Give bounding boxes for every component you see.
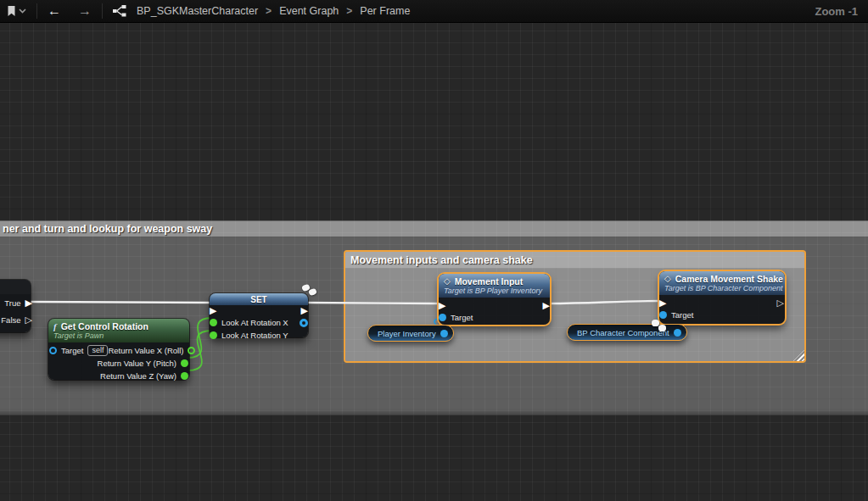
look-at-rotation-x-label: Look At Rotation X bbox=[221, 318, 288, 327]
pin-true-label: True bbox=[4, 298, 20, 308]
target-input-pin[interactable] bbox=[439, 314, 446, 321]
exec-in-pin[interactable]: ▶ bbox=[659, 298, 666, 308]
breadcrumb: BP_SGKMasterCharacter > Event Graph > Pe… bbox=[137, 5, 410, 17]
node-player-inventory-getter[interactable]: Player Inventory bbox=[367, 325, 454, 342]
node-title: Get Control Rotation bbox=[61, 321, 148, 331]
wire-layer bbox=[0, 0, 868, 501]
return-y-label: Return Value Y (Pitch) bbox=[98, 359, 176, 368]
exec-out-pin-false[interactable]: ▷ bbox=[25, 315, 32, 325]
return-y-pin[interactable] bbox=[181, 359, 188, 367]
exec-out-pin[interactable]: ▶ bbox=[543, 301, 550, 310]
variable-label: BP Character Component bbox=[577, 328, 669, 337]
exec-in-pin[interactable]: ▶ bbox=[210, 306, 216, 315]
breadcrumb-separator: > bbox=[346, 5, 352, 17]
node-subtitle: Target is Pawn bbox=[53, 331, 183, 340]
node-branch-partial[interactable]: ayer True ▶ False ▷ bbox=[0, 280, 31, 332]
exec-in-pin[interactable]: ▶ bbox=[439, 301, 445, 310]
target-pin-label: Target bbox=[451, 313, 473, 322]
function-icon: f bbox=[53, 321, 57, 331]
zoom-level-label: Zoom -1 bbox=[815, 5, 861, 18]
node-title: Movement Input bbox=[455, 276, 524, 287]
target-pin-label: Target bbox=[61, 346, 83, 355]
blueprint-editor: ← → BP_SGKMasterCharacter > Event Graph … bbox=[0, 0, 868, 501]
back-button[interactable]: ← bbox=[48, 4, 61, 18]
exec-wire-true-to-set bbox=[30, 302, 211, 303]
look-at-rotation-y-label: Look At Rotation Y bbox=[221, 331, 288, 340]
breadcrumb-per-frame[interactable]: Per Frame bbox=[360, 5, 410, 17]
forward-arrow-icon: → bbox=[78, 4, 92, 18]
bookmark-button[interactable] bbox=[7, 5, 26, 17]
forward-button[interactable]: → bbox=[78, 4, 92, 18]
breadcrumb-blueprint[interactable]: BP_SGKMasterCharacter bbox=[137, 5, 258, 17]
node-camera-movement-shake[interactable]: ◇ Camera Movement Shake Target is BP Cha… bbox=[659, 271, 785, 324]
return-z-label: Return Value Z (Yaw) bbox=[100, 371, 176, 381]
node-set-look-at-rotation[interactable]: SET ▶ ▶ Look At Rotation X Look At Rotat… bbox=[210, 293, 308, 337]
set-output-pin[interactable] bbox=[300, 319, 308, 327]
toolbar-divider bbox=[36, 3, 37, 19]
node-bp-character-component-getter[interactable]: BP Character Component bbox=[567, 324, 687, 341]
variable-label: Player Inventory bbox=[378, 329, 436, 338]
variable-output-pin[interactable] bbox=[674, 329, 681, 337]
graph-toolbar: ← → BP_SGKMasterCharacter > Event Graph … bbox=[0, 0, 868, 23]
return-z-pin[interactable] bbox=[181, 372, 188, 380]
target-input-pin[interactable] bbox=[659, 311, 667, 319]
self-default-value[interactable]: self bbox=[87, 345, 108, 356]
node-title: Camera Movement Shake bbox=[675, 274, 783, 284]
node-movement-input[interactable]: ◇ Movement Input Target is BP Player Inv… bbox=[439, 274, 550, 325]
back-arrow-icon: ← bbox=[48, 4, 61, 18]
exec-wire-movement-to-camera bbox=[548, 301, 662, 303]
exec-out-pin[interactable]: ▷ bbox=[777, 298, 784, 308]
node-subtitle: Target is BP Character Component bbox=[664, 284, 779, 292]
breadcrumb-event-graph[interactable]: Event Graph bbox=[279, 5, 339, 17]
function-call-icon: ◇ bbox=[664, 275, 671, 283]
node-get-control-rotation[interactable]: f Get Control Rotation Target is Pawn Ta… bbox=[48, 319, 189, 380]
look-at-rotation-y-pin[interactable] bbox=[210, 331, 217, 339]
node-subtitle: Target is BP Player Inventory bbox=[444, 287, 544, 295]
exec-wire-set-to-movement-input bbox=[307, 303, 441, 303]
target-pin-label: Target bbox=[671, 310, 693, 320]
node-branch-title: ayer bbox=[0, 282, 25, 292]
exec-out-pin-true[interactable]: ▶ bbox=[25, 298, 32, 308]
look-at-rotation-x-pin[interactable] bbox=[210, 319, 217, 326]
target-input-pin[interactable] bbox=[49, 347, 57, 354]
breadcrumb-separator: > bbox=[266, 5, 272, 17]
chevron-down-icon bbox=[19, 8, 26, 14]
bookmark-icon bbox=[7, 5, 16, 17]
toolbar-divider bbox=[102, 3, 103, 19]
graph-icon bbox=[113, 5, 126, 17]
variable-output-pin[interactable] bbox=[440, 330, 448, 337]
return-x-label: Return Value X (Roll) bbox=[108, 346, 183, 355]
function-call-icon: ◇ bbox=[444, 277, 451, 286]
set-node-header: SET bbox=[210, 293, 308, 305]
exec-bubble bbox=[658, 325, 666, 331]
pin-false-label: False bbox=[1, 315, 20, 325]
exec-out-pin[interactable]: ▶ bbox=[301, 306, 308, 315]
